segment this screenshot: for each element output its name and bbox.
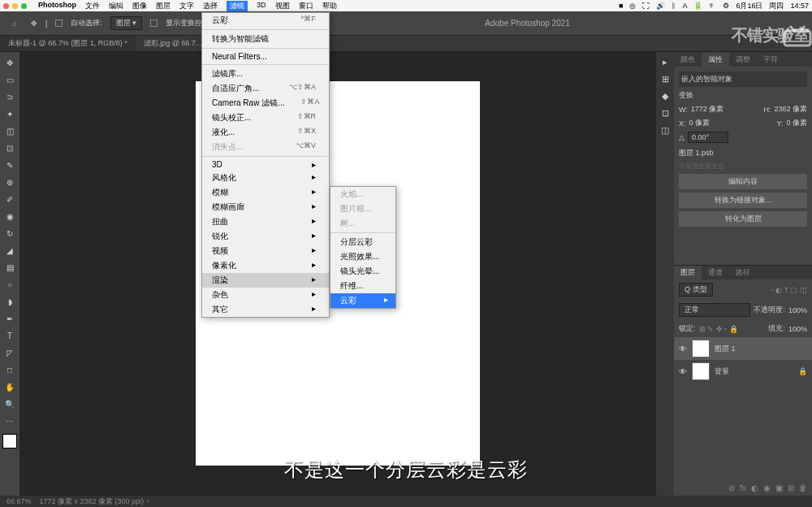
color-swatch[interactable] [2,434,17,448]
filter-gallery[interactable]: 滤镜库... [202,67,329,81]
tab-properties[interactable]: 属性 [702,52,729,67]
filter-liquify[interactable]: 液化...⇧⌘X [202,125,329,140]
more-tools[interactable]: ⋯ [2,414,17,428]
render-lens-flare[interactable]: 镜头光晕... [330,264,395,279]
layer-kind-dropdown[interactable]: Q 类型 [679,283,713,297]
tab-channels[interactable]: 通道 [702,266,729,280]
shape-tool[interactable]: □ [2,362,17,377]
heal-tool[interactable]: ⊕ [2,175,17,189]
move-tool-icon[interactable]: ✥ [31,20,37,28]
maximize-icon[interactable] [21,3,27,9]
screen-icon[interactable]: ⛶ [642,2,650,10]
battery-icon[interactable]: 🔋 [693,2,702,10]
layer-thumb[interactable] [692,340,710,358]
new-icon[interactable]: ⊞ [788,483,794,492]
wifi-icon[interactable]: ᯤ [709,2,716,10]
filter-video[interactable]: 视频▸ [202,244,329,258]
render-diff-clouds[interactable]: 分层云彩 [330,235,395,249]
filter-convert-smart[interactable]: 转换为智能滤镜 [202,32,329,46]
filter-distort[interactable]: 扭曲▸ [202,214,329,229]
x-value[interactable]: 0 像素 [689,118,710,128]
type-tool[interactable]: T [2,328,17,343]
filter-blur-gallery[interactable]: 模糊画廊▸ [202,200,329,214]
menu-layer[interactable]: 图层 [156,1,171,11]
panel-icon-1[interactable]: ▸ [663,57,667,67]
layer-item-bg[interactable]: 👁 背景 🔒 [674,360,812,383]
mask-icon[interactable]: ◐ [751,483,758,492]
lock-icon[interactable]: 🔒 [798,367,807,375]
blend-mode-dropdown[interactable]: 正常 [679,303,750,317]
link-icon[interactable]: ⊘ [728,483,735,492]
layer-name[interactable]: 图层 1 [715,344,736,354]
menu-3d[interactable]: 3D [257,1,266,11]
history-brush-tool[interactable]: ↻ [2,226,17,240]
day[interactable]: 周四 [769,1,784,11]
menu-filter[interactable]: 滤镜 [227,1,248,11]
height-value[interactable]: 2362 像素 [774,104,807,115]
minimize-icon[interactable] [12,3,18,9]
layer-name[interactable]: 背景 [715,366,729,377]
opacity-value[interactable]: 100% [788,306,807,314]
frame-tool[interactable]: ⊡ [2,141,17,155]
menu-select[interactable]: 选择 [203,1,218,11]
convert-layer-button[interactable]: 转化为图层 [679,211,807,227]
path-tool[interactable]: ◸ [2,345,17,360]
crop-tool[interactable]: ◫ [2,124,17,138]
layer-item-1[interactable]: 👁 图层 1 [674,337,812,360]
menu-file[interactable]: 文件 [85,1,100,11]
y-value[interactable]: 0 像素 [786,118,807,128]
wand-tool[interactable]: ✦ [2,106,17,121]
swatch-icon[interactable]: ⊡ [662,108,669,119]
folder-icon[interactable]: ▣ [775,483,783,492]
menu-window[interactable]: 窗口 [299,1,313,11]
lib-icon[interactable]: ◫ [661,125,669,136]
menu-image[interactable]: 图像 [132,1,147,11]
hand-tool[interactable]: ✋ [2,379,17,394]
eraser-tool[interactable]: ◢ [2,243,17,258]
gradient-tool[interactable]: ▤ [2,260,17,275]
control-icon[interactable]: ⚙ [723,2,729,10]
blur-tool[interactable]: ○ [2,277,17,292]
filter-lens[interactable]: 镜头校正...⇧⌘R [202,110,329,125]
status-arrow-icon[interactable]: › [147,497,149,505]
menu-view[interactable]: 视图 [275,1,290,11]
filter-last[interactable]: 云彩 ^⌘F [202,13,329,28]
auto-select-dropdown[interactable]: 图层 ▾ [110,16,143,30]
marquee-tool[interactable]: ▭ [2,72,17,87]
bluetooth-icon[interactable]: ᛒ [672,2,676,10]
filter-pixelate[interactable]: 像素化▸ [202,258,329,273]
zoom-tool[interactable]: 🔍 [2,396,17,411]
trash-icon[interactable]: 🗑 [799,483,807,492]
filter-noise[interactable]: 杂色▸ [202,288,329,302]
filter-3d[interactable]: 3D▸ [202,158,329,171]
stamp-tool[interactable]: ◉ [2,209,17,223]
tab-paths[interactable]: 路径 [729,266,757,280]
home-icon[interactable]: ⌂ [6,15,23,32]
menu-edit[interactable]: 编辑 [109,1,123,11]
app-name[interactable]: Photoshop [38,1,76,11]
render-clouds[interactable]: 云彩▸ [330,293,395,308]
adjust-icon[interactable]: ◉ [763,483,771,492]
tab-character[interactable]: 字符 [757,52,784,67]
menu-help[interactable]: 帮助 [322,1,337,11]
filter-render[interactable]: 渲染▸ [202,273,329,288]
lasso-tool[interactable]: ⊃ [2,89,17,104]
tab-adjustments[interactable]: 调整 [729,52,757,67]
filter-icons[interactable]: ▫ ◐ T ▢ ◫ [771,286,807,294]
window-controls[interactable] [3,3,27,9]
camera-icon[interactable]: ◎ [629,2,636,10]
angle-input[interactable]: 0.00° [688,132,728,143]
move-tool[interactable]: ✥ [2,55,17,70]
auto-select-checkbox[interactable] [55,20,63,27]
fill-value[interactable]: 100% [788,325,807,333]
volume-icon[interactable]: 🔊 [656,2,665,10]
filter-sharpen[interactable]: 锐化▸ [202,229,329,244]
layer-thumb[interactable] [692,362,710,380]
filter-other[interactable]: 其它▸ [202,302,329,317]
edit-content-button[interactable]: 编辑内容 [679,174,807,189]
eyedropper-tool[interactable]: ✎ [2,158,17,172]
filter-camera-raw[interactable]: Camera Raw 滤镜...⇧⌘A [202,96,329,110]
date[interactable]: 6月16日 [736,1,762,11]
a-icon[interactable]: A [682,2,687,10]
convert-linked-button[interactable]: 转换为链接对象... [679,193,807,208]
